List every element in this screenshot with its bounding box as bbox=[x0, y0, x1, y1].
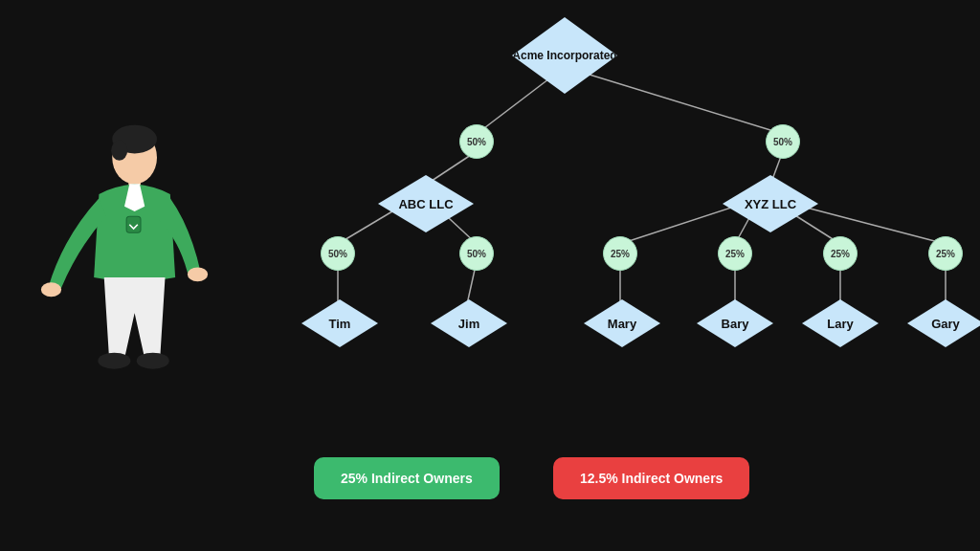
person-illustration bbox=[29, 115, 220, 440]
abc-node: ABC LLC bbox=[378, 175, 474, 232]
mary-diamond: Mary bbox=[584, 299, 660, 347]
jim-diamond: Jim bbox=[431, 299, 507, 347]
tim-diamond: Tim bbox=[301, 299, 378, 347]
lary-label: Lary bbox=[827, 317, 853, 331]
pct-node-7: 25% bbox=[823, 236, 858, 271]
jim-node: Jim bbox=[431, 299, 507, 347]
svg-line-18 bbox=[799, 206, 946, 244]
svg-point-5 bbox=[188, 267, 208, 281]
svg-point-2 bbox=[111, 141, 127, 161]
lary-diamond: Lary bbox=[802, 299, 879, 347]
gary-diamond: Gary bbox=[907, 299, 980, 347]
pct-node-8: 25% bbox=[928, 236, 963, 271]
gary-label: Gary bbox=[931, 317, 960, 331]
mary-node: Mary bbox=[584, 299, 660, 347]
mary-label: Mary bbox=[608, 317, 636, 331]
svg-rect-8 bbox=[126, 216, 141, 232]
legend-green: 25% Indirect Owners bbox=[314, 457, 500, 499]
bary-node: Bary bbox=[697, 299, 773, 347]
legend-red: 12.5% Indirect Owners bbox=[553, 457, 749, 499]
pct-node-2: 50% bbox=[766, 124, 800, 159]
svg-point-4 bbox=[41, 282, 61, 297]
abc-diamond: ABC LLC bbox=[378, 175, 474, 232]
acme-diamond: Acme Incorporated bbox=[512, 17, 617, 94]
pct-node-1: 50% bbox=[459, 124, 494, 159]
abc-label: ABC LLC bbox=[398, 197, 453, 211]
svg-point-6 bbox=[98, 353, 130, 369]
pct-node-5: 25% bbox=[603, 236, 637, 271]
tim-node: Tim bbox=[301, 299, 378, 347]
lary-node: Lary bbox=[802, 299, 879, 347]
pct-node-3: 50% bbox=[321, 236, 355, 271]
bary-label: Bary bbox=[722, 317, 749, 331]
tim-label: Tim bbox=[329, 317, 351, 331]
jim-label: Jim bbox=[458, 317, 479, 331]
svg-point-7 bbox=[137, 353, 169, 369]
gary-node: Gary bbox=[907, 299, 980, 347]
svg-line-15 bbox=[620, 206, 737, 244]
acme-label: Acme Incorporated bbox=[512, 49, 616, 62]
xyz-diamond: XYZ LLC bbox=[723, 175, 818, 232]
pct-node-6: 25% bbox=[718, 236, 752, 271]
pct-node-4: 50% bbox=[459, 236, 494, 271]
bary-diamond: Bary bbox=[697, 299, 773, 347]
xyz-label: XYZ LLC bbox=[745, 197, 796, 211]
acme-node: Acme Incorporated bbox=[512, 17, 617, 94]
xyz-node: XYZ LLC bbox=[723, 175, 818, 232]
